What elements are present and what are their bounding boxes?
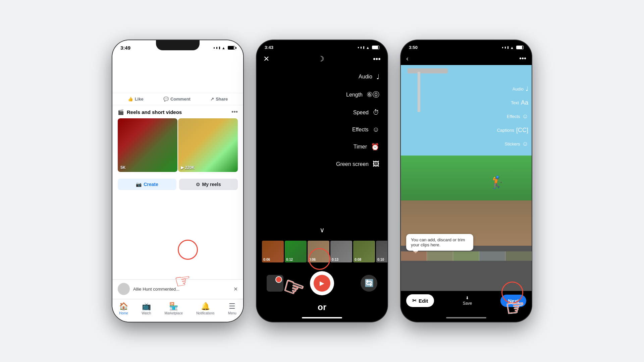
greenscreen-icon: 🖼 xyxy=(373,160,379,168)
flip-icon: 🔄 xyxy=(365,279,374,288)
record-icon: ▶ xyxy=(320,280,324,287)
nav-watch[interactable]: 📺 Watch xyxy=(142,302,151,315)
audio-icon: ♩ xyxy=(376,73,379,81)
like-button[interactable]: 👍 Like xyxy=(128,97,144,102)
close-icon[interactable]: ✕ xyxy=(263,55,269,63)
cursor-circle-2 xyxy=(309,248,330,270)
time-1: 3:49 xyxy=(120,45,130,51)
notification-close[interactable]: ✕ xyxy=(233,286,238,292)
chevron-down-icon[interactable]: ∨ xyxy=(257,223,387,237)
or-text: or xyxy=(257,301,387,314)
editor-effects[interactable]: Effects ☺ xyxy=(507,113,528,120)
more-options-icon-2[interactable]: ••• xyxy=(373,55,381,63)
scissors-icon: ✂ xyxy=(412,298,417,304)
menu-timer[interactable]: Timer ⏰ xyxy=(354,143,379,151)
phone-1: 3:49 ▲ 👍 Like 💬 Comment xyxy=(112,40,243,322)
camera-controls: ▶ 🔄 xyxy=(257,266,387,301)
film-thumb-2[interactable]: 0:12 xyxy=(285,241,307,262)
speed-icon: ⏱ xyxy=(373,109,379,116)
reels-grid: 5K ▶ 220K xyxy=(112,118,243,172)
effects-icon: ☺ xyxy=(373,126,379,133)
editor-captions[interactable]: Captions [CC] xyxy=(497,127,528,134)
more-options-icon[interactable]: ••• xyxy=(231,109,238,116)
watch-icon: 📺 xyxy=(142,302,151,311)
phone-3: 3:50 ▲ ‹ ••• 🏌️ A xyxy=(401,40,532,322)
post-actions: 👍 Like 💬 Comment ↗ Share xyxy=(112,93,243,105)
film-thumb-6[interactable]: 0:10 xyxy=(376,241,387,262)
cursor-hand-3: ☞ xyxy=(504,294,526,321)
home-icon: 🏠 xyxy=(119,302,128,311)
create-icon: 📷 xyxy=(136,182,142,187)
like-icon: 👍 xyxy=(128,97,133,102)
timer-icon: ⏰ xyxy=(371,143,379,151)
notifications-icon: 🔔 xyxy=(201,302,210,311)
create-buttons: 📷 Create ⊙ My reels xyxy=(112,175,243,193)
timeline-bar[interactable] xyxy=(401,251,532,261)
marketplace-icon: 🏪 xyxy=(169,302,178,311)
menu-speed[interactable]: Speed ⏱ xyxy=(353,109,379,116)
gallery-button[interactable] xyxy=(267,275,283,292)
cursor-circle-1 xyxy=(178,240,198,260)
golfer-figure: 🏌️ xyxy=(490,175,505,189)
time-2: 3:43 xyxy=(265,45,273,50)
more-options-icon-3[interactable]: ••• xyxy=(519,55,526,62)
moon-icon[interactable]: ☽ xyxy=(318,55,324,63)
nav-menu[interactable]: ☰ Menu xyxy=(228,302,236,315)
record-button[interactable]: ▶ xyxy=(310,271,334,295)
menu-effects[interactable]: Effects ☺ xyxy=(352,126,379,133)
reels-title: 🎬 Reels and short videos xyxy=(118,109,182,115)
my-reels-icon: ⊙ xyxy=(196,182,200,187)
menu-length[interactable]: Length ⑥⓪ xyxy=(346,90,379,99)
status-icons-1: ▲ xyxy=(214,46,235,50)
reels-icon: 🎬 xyxy=(118,109,124,115)
editor-effects-icon: ☺ xyxy=(522,113,528,120)
reel-thumb-2[interactable]: ▶ 220K xyxy=(178,118,238,172)
wifi-icon-3: ▲ xyxy=(510,46,514,50)
film-thumb-5[interactable]: 0:08 xyxy=(353,241,375,262)
editor-audio-icon: ♩ xyxy=(526,85,528,93)
reel-thumb-1[interactable]: 5K xyxy=(118,118,177,172)
nav-notifications[interactable]: 🔔 Notifications xyxy=(196,302,214,315)
share-icon: ↗ xyxy=(210,97,214,102)
back-icon[interactable]: ‹ xyxy=(406,55,409,62)
cursor-hand-1: ☞ xyxy=(173,268,193,293)
create-button[interactable]: 📷 Create xyxy=(118,179,176,190)
notification-text: Allie Hunt commented... xyxy=(133,287,179,292)
phone-2: 3:43 ▲ ✕ ☽ ••• Audio ♩ Length xyxy=(257,40,387,322)
menu-icon: ☰ xyxy=(229,302,235,311)
camera-menu: Audio ♩ Length ⑥⓪ Speed ⏱ Effects ☺ Time… xyxy=(257,66,387,223)
edit-button[interactable]: ✂ Edit xyxy=(406,294,434,307)
editor-captions-icon: [CC] xyxy=(516,127,528,134)
wifi-icon: ▲ xyxy=(222,46,225,50)
menu-greenscreen[interactable]: Green screen 🖼 xyxy=(336,160,379,168)
home-indicator-3 xyxy=(446,317,486,318)
length-icon: ⑥⓪ xyxy=(367,90,379,99)
video-preview: 🏌️ Audio ♩ Text Aa Effects ☺ xyxy=(401,65,532,291)
nav-bar: 🏠 Home 📺 Watch 🏪 Marketplace 🔔 Notificat… xyxy=(112,299,243,322)
editor-top-bar: ‹ ••• xyxy=(401,52,532,65)
my-reels-button[interactable]: ⊙ My reels xyxy=(179,179,238,190)
flip-camera-button[interactable]: 🔄 xyxy=(361,275,377,292)
editor-right-menu: Audio ♩ Text Aa Effects ☺ Captions [CC] xyxy=(497,85,528,147)
editor-stickers-icon: ☺ xyxy=(522,140,528,147)
nav-marketplace[interactable]: 🏪 Marketplace xyxy=(164,302,182,315)
tooltip: You can add, discard or trim your clips … xyxy=(406,234,473,251)
editor-text-icon: Aa xyxy=(521,99,528,106)
reels-section: 🎬 Reels and short videos ••• 5K ▶ 220K xyxy=(112,105,243,175)
camera-top-bar: ✕ ☽ ••• xyxy=(257,52,387,66)
editor-audio[interactable]: Audio ♩ xyxy=(513,85,528,93)
save-button[interactable]: ⬇ Save xyxy=(463,296,472,306)
film-thumb-1[interactable]: 0:06 xyxy=(262,241,284,262)
time-3: 3:50 xyxy=(409,45,418,50)
film-thumb-4[interactable]: 0:13 xyxy=(330,241,352,262)
comment-button[interactable]: 💬 Comment xyxy=(163,97,191,102)
editor-text[interactable]: Text Aa xyxy=(511,99,528,106)
home-indicator-2 xyxy=(302,317,342,318)
wifi-icon-2: ▲ xyxy=(366,46,370,50)
nav-home[interactable]: 🏠 Home xyxy=(119,302,128,315)
editor-stickers[interactable]: Stickers ☺ xyxy=(504,140,528,147)
comment-icon: 💬 xyxy=(163,97,169,102)
menu-audio[interactable]: Audio ♩ xyxy=(359,73,379,81)
share-button[interactable]: ↗ Share xyxy=(210,97,228,102)
download-icon: ⬇ xyxy=(466,296,469,300)
